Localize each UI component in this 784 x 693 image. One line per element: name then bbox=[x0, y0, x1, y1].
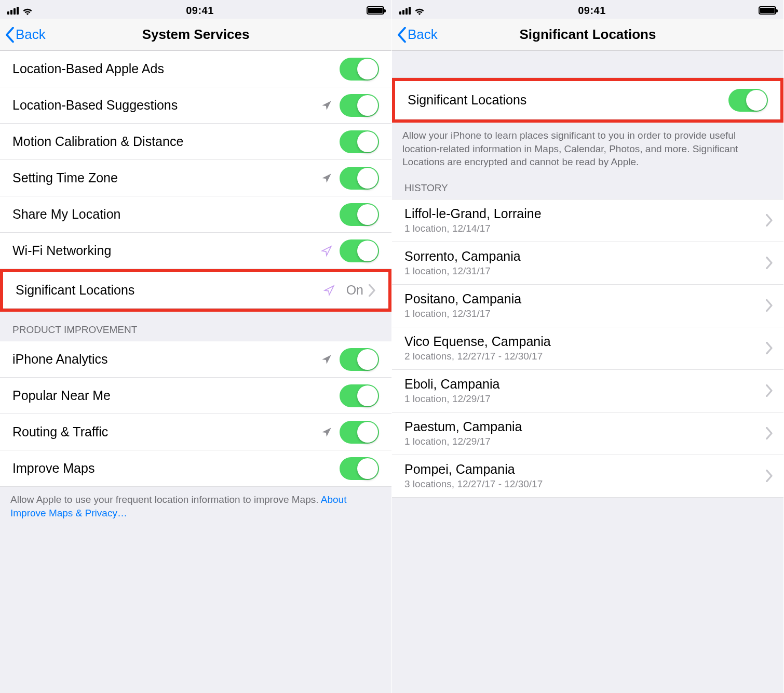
spacer bbox=[392, 51, 783, 78]
cell-label: Location-Based Apple Ads bbox=[12, 61, 340, 76]
location-arrow-icon bbox=[321, 354, 332, 365]
toggle-switch[interactable] bbox=[340, 239, 379, 262]
nav-header: Back System Services bbox=[0, 19, 391, 51]
status-bar: 09:41 bbox=[0, 0, 391, 19]
chevron-right-icon bbox=[766, 257, 773, 269]
cell-label: Setting Time Zone bbox=[12, 170, 321, 185]
history-detail: 1 location, 12/31/17 bbox=[404, 308, 491, 319]
history-row[interactable]: Paestum, Campania1 location, 12/29/17 bbox=[392, 412, 783, 455]
history-detail: 1 location, 12/29/17 bbox=[404, 436, 491, 447]
chevron-right-icon bbox=[766, 470, 773, 482]
history-row[interactable]: Pompei, Campania3 locations, 12/27/17 - … bbox=[392, 455, 783, 498]
chevron-right-icon bbox=[369, 284, 376, 297]
chevron-right-icon bbox=[766, 299, 773, 312]
significant-locations-toggle-row[interactable]: Significant Locations bbox=[395, 81, 780, 119]
content: Location-Based Apple AdsLocation-Based S… bbox=[0, 51, 391, 693]
chevron-right-icon bbox=[766, 427, 773, 439]
history-row[interactable]: Liffol-le-Grand, Lorraine1 location, 12/… bbox=[392, 199, 783, 242]
chevron-right-icon bbox=[766, 342, 773, 354]
history-row[interactable]: Sorrento, Campania1 location, 12/31/17 bbox=[392, 242, 783, 285]
toggle-switch[interactable] bbox=[340, 348, 379, 371]
history-title: Vico Equense, Campania bbox=[404, 334, 551, 349]
signal-icon bbox=[7, 7, 19, 15]
cell-label: Share My Location bbox=[12, 207, 340, 222]
row-wi-fi-networking[interactable]: Wi-Fi Networking bbox=[0, 233, 391, 269]
left-phone: 09:41 Back System Services Location-Base… bbox=[0, 0, 392, 693]
cell-label: iPhone Analytics bbox=[12, 352, 321, 367]
history-row[interactable]: Positano, Campania1 location, 12/31/17 bbox=[392, 285, 783, 327]
toggle-switch[interactable] bbox=[340, 167, 379, 190]
chevron-right-icon bbox=[766, 384, 773, 397]
row-motion-calibration-distance[interactable]: Motion Calibration & Distance bbox=[0, 124, 391, 160]
row-location-based-suggestions[interactable]: Location-Based Suggestions bbox=[0, 87, 391, 124]
status-bar: 09:41 bbox=[392, 0, 783, 19]
description-text: Allow your iPhone to learn places signif… bbox=[392, 123, 783, 177]
row-iphone-analytics[interactable]: iPhone Analytics bbox=[0, 341, 391, 378]
wifi-icon bbox=[22, 6, 33, 15]
history-title: Paestum, Campania bbox=[404, 419, 522, 434]
section-header-history: History bbox=[392, 177, 783, 199]
battery-icon bbox=[367, 6, 384, 15]
signal-icon bbox=[399, 7, 411, 15]
toggle-switch[interactable] bbox=[340, 58, 379, 81]
cell-value: On bbox=[346, 283, 363, 298]
cell-label: Motion Calibration & Distance bbox=[12, 134, 340, 149]
content: Significant Locations Allow your iPhone … bbox=[392, 51, 783, 693]
highlight-significant-locations: Significant Locations bbox=[392, 78, 783, 123]
back-label: Back bbox=[408, 26, 438, 43]
row-significant-locations[interactable]: Significant LocationsOn bbox=[3, 272, 388, 309]
location-arrow-icon bbox=[321, 100, 332, 111]
row-routing-traffic[interactable]: Routing & Traffic bbox=[0, 414, 391, 450]
history-title: Positano, Campania bbox=[404, 291, 521, 306]
history-row[interactable]: Vico Equense, Campania2 locations, 12/27… bbox=[392, 327, 783, 370]
history-detail: 3 locations, 12/27/17 - 12/30/17 bbox=[404, 478, 543, 490]
toggle-switch[interactable] bbox=[340, 203, 379, 226]
location-arrow-icon bbox=[323, 285, 335, 296]
history-title: Liffol-le-Grand, Lorraine bbox=[404, 206, 542, 221]
toggle-switch[interactable] bbox=[340, 94, 379, 117]
history-title: Sorrento, Campania bbox=[404, 249, 521, 264]
history-detail: 1 location, 12/29/17 bbox=[404, 393, 491, 405]
footer-text: Allow Apple to use your frequent locatio… bbox=[0, 487, 391, 528]
cell-label: Improve Maps bbox=[12, 461, 340, 476]
battery-icon bbox=[759, 6, 776, 15]
row-share-my-location[interactable]: Share My Location bbox=[0, 196, 391, 233]
history-title: Eboli, Campania bbox=[404, 377, 499, 392]
toggle-switch[interactable] bbox=[728, 89, 768, 112]
location-arrow-icon bbox=[321, 172, 332, 184]
toggle-switch[interactable] bbox=[340, 421, 379, 444]
back-button[interactable]: Back bbox=[397, 26, 438, 43]
cell-label: Popular Near Me bbox=[12, 388, 340, 403]
history-detail: 2 locations, 12/27/17 - 12/30/17 bbox=[404, 351, 543, 362]
nav-header: Back Significant Locations bbox=[392, 19, 783, 51]
history-row[interactable]: Eboli, Campania1 location, 12/29/17 bbox=[392, 370, 783, 412]
page-title: System Services bbox=[142, 26, 250, 43]
footer-desc: Allow Apple to use your frequent locatio… bbox=[10, 494, 321, 505]
history-title: Pompei, Campania bbox=[404, 462, 515, 477]
right-phone: 09:41 Back Significant Locations Signifi… bbox=[392, 0, 784, 693]
row-improve-maps[interactable]: Improve Maps bbox=[0, 450, 391, 487]
cell-label: Significant Locations bbox=[408, 92, 728, 108]
row-popular-near-me[interactable]: Popular Near Me bbox=[0, 378, 391, 414]
status-time: 09:41 bbox=[186, 5, 214, 17]
cell-label: Wi-Fi Networking bbox=[12, 243, 321, 258]
location-arrow-icon bbox=[321, 427, 332, 438]
back-button[interactable]: Back bbox=[5, 26, 46, 43]
row-location-based-apple-ads[interactable]: Location-Based Apple Ads bbox=[0, 51, 391, 87]
toggle-switch[interactable] bbox=[340, 457, 379, 480]
location-arrow-icon bbox=[321, 245, 332, 257]
chevron-right-icon bbox=[766, 214, 773, 226]
history-detail: 1 location, 12/31/17 bbox=[404, 265, 491, 277]
back-label: Back bbox=[16, 26, 46, 43]
cell-label: Significant Locations bbox=[16, 283, 323, 298]
page-title: Significant Locations bbox=[520, 26, 656, 43]
history-detail: 1 location, 12/14/17 bbox=[404, 223, 491, 234]
toggle-switch[interactable] bbox=[340, 130, 379, 153]
cell-label: Routing & Traffic bbox=[12, 424, 321, 439]
row-setting-time-zone[interactable]: Setting Time Zone bbox=[0, 160, 391, 196]
toggle-switch[interactable] bbox=[340, 384, 379, 407]
status-time: 09:41 bbox=[578, 5, 606, 17]
section-header-product-improvement: Product Improvement bbox=[0, 312, 391, 341]
wifi-icon bbox=[414, 6, 425, 15]
cell-label: Location-Based Suggestions bbox=[12, 98, 321, 113]
